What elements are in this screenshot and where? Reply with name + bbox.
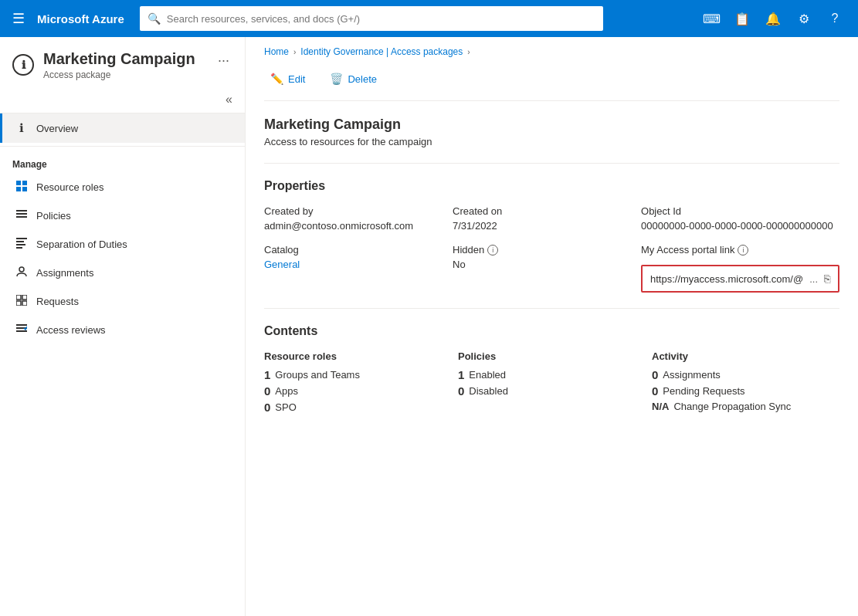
list-item: 0 SPO: [264, 401, 452, 414]
assignments-label: Assignments: [36, 267, 93, 279]
hidden-info-icon[interactable]: i: [487, 245, 498, 256]
search-input[interactable]: [167, 13, 595, 25]
sidebar-item-separation-of-duties[interactable]: Separation of Duties: [0, 230, 245, 259]
groups-label: Groups and Teams: [275, 369, 360, 381]
search-icon: 🔍: [148, 12, 161, 25]
portal-link-label-text: My Access portal link: [641, 244, 734, 256]
delete-icon: 🗑️: [330, 73, 343, 85]
list-item: 0 Disabled: [458, 384, 646, 398]
help-icon[interactable]: ?: [821, 5, 849, 32]
resource-roles-label: Resource roles: [36, 181, 103, 193]
top-navigation: ☰ Microsoft Azure 🔍 ⌨ 📋 🔔 ⚙ ?: [0, 0, 858, 37]
access-reviews-icon: [15, 323, 29, 337]
enabled-count: 1: [458, 368, 464, 381]
svg-rect-8: [16, 241, 24, 242]
toolbar: ✏️ Edit 🗑️ Delete: [264, 63, 839, 101]
svg-rect-1: [22, 181, 27, 185]
created-on-label: Created on: [453, 205, 641, 217]
separation-of-duties-icon: [15, 238, 29, 251]
portal-link-ellipsis: ...: [809, 273, 818, 285]
list-item: N/A Change Propagation Sync: [652, 401, 839, 412]
sidebar-item-access-reviews[interactable]: Access reviews: [0, 316, 245, 344]
page-description: Access to resources for the campaign: [264, 136, 839, 147]
spo-count: 0: [264, 401, 270, 414]
bell-icon[interactable]: 🔔: [759, 5, 787, 32]
policies-items: 1 Enabled 0 Disabled: [458, 368, 646, 398]
svg-rect-5: [16, 213, 27, 215]
copy-link-button[interactable]: ⎘: [824, 272, 830, 285]
contents-activity-col: Activity 0 Assignments 0 Pending Request…: [652, 350, 839, 414]
apps-label: Apps: [275, 385, 298, 397]
sidebar-item-overview[interactable]: ℹ Overview: [0, 113, 245, 143]
disabled-label: Disabled: [469, 385, 508, 397]
sidebar-item-assignments[interactable]: Assignments: [0, 259, 245, 287]
nav-icon-group: ⌨ 📋 🔔 ⚙ ?: [697, 5, 849, 32]
more-options-button[interactable]: ···: [215, 49, 232, 72]
divider-1: [264, 163, 839, 164]
svg-rect-2: [16, 187, 21, 191]
edit-label: Edit: [288, 73, 305, 85]
manage-section-title: Manage: [0, 150, 245, 173]
resource-roles-items: 1 Groups and Teams 0 Apps 0 SPO: [264, 368, 452, 414]
resource-icon: ℹ: [12, 54, 34, 76]
brand-name: Microsoft Azure: [37, 12, 124, 25]
svg-rect-12: [16, 295, 21, 300]
requests-icon: [15, 295, 29, 308]
portal-link-info-icon[interactable]: i: [738, 245, 748, 256]
delete-button[interactable]: 🗑️ Delete: [324, 69, 383, 88]
sidebar: ℹ Marketing Campaign Access package ··· …: [0, 37, 246, 616]
collapse-icon[interactable]: «: [219, 90, 239, 110]
svg-rect-4: [16, 210, 27, 212]
pending-requests-count: 0: [652, 384, 658, 398]
hamburger-menu[interactable]: ☰: [9, 7, 28, 30]
delete-label: Delete: [348, 73, 377, 85]
divider-2: [264, 308, 839, 309]
properties-grid: Created by admin@contoso.onmicrosoft.com…: [264, 205, 839, 293]
edit-button[interactable]: ✏️ Edit: [264, 69, 311, 88]
breadcrumb-home[interactable]: Home: [264, 46, 289, 57]
activity-col-title: Activity: [652, 350, 839, 362]
breadcrumb-identity-governance[interactable]: Identity Governance | Access packages: [300, 46, 463, 57]
sidebar-item-requests[interactable]: Requests: [0, 287, 245, 316]
activity-items: 0 Assignments 0 Pending Requests N/A Cha…: [652, 368, 839, 412]
prop-portal-link: My Access portal link i https://myaccess…: [641, 244, 839, 293]
svg-rect-10: [16, 247, 22, 249]
policies-label: Policies: [36, 210, 71, 222]
portal-link-url: https://myaccess.microsoft.com/@: [650, 273, 803, 285]
catalog-value[interactable]: General: [264, 259, 453, 270]
hidden-label: Hidden i: [453, 244, 641, 256]
list-item: 0 Pending Requests: [652, 384, 839, 398]
overview-label: Overview: [36, 123, 78, 134]
sidebar-subtitle: Access package: [43, 69, 205, 80]
list-item: 0 Assignments: [652, 368, 839, 381]
policies-col-title: Policies: [458, 350, 646, 362]
main-content: Home › Identity Governance | Access pack…: [246, 37, 858, 616]
sidebar-item-resource-roles[interactable]: Resource roles: [0, 173, 245, 201]
search-bar[interactable]: 🔍: [140, 6, 603, 31]
catalog-label: Catalog: [264, 244, 453, 256]
created-on-value: 7/31/2022: [453, 220, 641, 232]
sidebar-item-policies[interactable]: Policies: [0, 201, 245, 230]
breadcrumb-sep-1: ›: [293, 48, 296, 56]
svg-rect-13: [22, 295, 27, 300]
object-id-value: 00000000-0000-0000-0000-000000000000: [641, 220, 839, 232]
prop-hidden: Hidden i No: [453, 244, 641, 293]
separation-of-duties-label: Separation of Duties: [36, 239, 127, 250]
policies-icon: [15, 209, 29, 222]
contents-title: Contents: [264, 324, 839, 338]
disabled-count: 0: [458, 384, 464, 398]
svg-rect-15: [22, 301, 27, 306]
prop-created-on: Created on 7/31/2022: [453, 205, 641, 232]
terminal-icon[interactable]: ⌨: [697, 5, 725, 32]
settings-icon[interactable]: ⚙: [790, 5, 818, 32]
svg-rect-16: [16, 324, 27, 326]
svg-point-11: [19, 267, 24, 272]
feedback-icon[interactable]: 📋: [728, 5, 756, 32]
pending-requests-label: Pending Requests: [663, 385, 744, 397]
sidebar-title-block: Marketing Campaign Access package: [43, 49, 205, 80]
sidebar-title: Marketing Campaign: [43, 49, 205, 68]
collapse-section: «: [0, 86, 245, 113]
svg-rect-7: [16, 238, 27, 239]
list-item: 1 Groups and Teams: [264, 368, 452, 381]
enabled-label: Enabled: [469, 369, 506, 381]
